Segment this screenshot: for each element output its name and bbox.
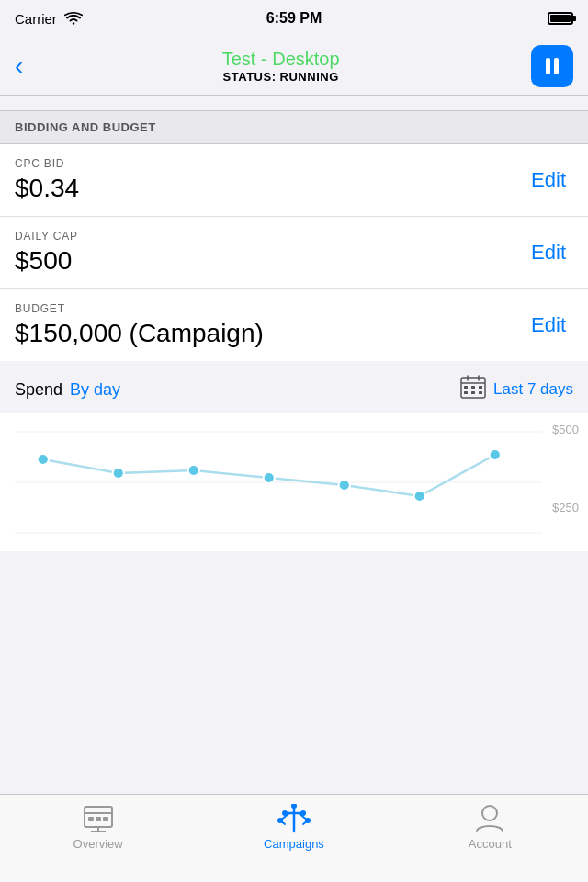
svg-point-16	[264, 472, 275, 483]
svg-rect-8	[471, 391, 475, 394]
tab-overview-label: Overview	[74, 837, 123, 851]
tab-account[interactable]: Account	[392, 802, 588, 851]
campaigns-icon	[277, 804, 311, 833]
budget-value: $150,000 (Campaign)	[15, 319, 264, 348]
nav-bar: ‹ Test - Desktop STATUS: RUNNING	[0, 37, 588, 96]
budget-label: BUDGET	[15, 302, 264, 315]
y-axis-bottom: $250	[552, 501, 579, 514]
y-axis-top: $500	[552, 423, 579, 436]
status-bar-left: Carrier	[15, 11, 83, 27]
svg-point-33	[291, 804, 297, 808]
pause-icon	[546, 58, 559, 74]
cpc-bid-value: $0.34	[15, 174, 79, 203]
last-days-button[interactable]: Last 7 days	[493, 380, 573, 399]
spend-right: Last 7 days	[460, 375, 573, 404]
status-bar-right	[548, 12, 573, 25]
cpc-bid-edit-button[interactable]: Edit	[524, 164, 573, 196]
svg-point-13	[38, 454, 49, 465]
tab-campaigns[interactable]: Campaigns	[196, 802, 391, 851]
tab-campaigns-label: Campaigns	[264, 837, 324, 851]
budget-content: BUDGET $150,000 (Campaign)	[15, 302, 264, 348]
svg-rect-25	[96, 817, 101, 821]
svg-point-34	[282, 810, 288, 816]
back-button[interactable]: ‹	[15, 48, 30, 85]
svg-point-36	[277, 818, 283, 823]
pause-button[interactable]	[531, 45, 573, 87]
tab-overview[interactable]: Overview	[0, 802, 196, 851]
status-prefix: STATUS:	[223, 70, 277, 84]
svg-rect-24	[88, 817, 94, 821]
svg-rect-9	[479, 391, 482, 394]
svg-point-14	[113, 468, 124, 479]
cpc-bid-content: CPC BID $0.34	[15, 157, 79, 203]
tab-bar: Overview Campaigns Account	[0, 794, 588, 882]
svg-point-37	[305, 818, 311, 823]
svg-point-19	[490, 449, 501, 460]
daily-cap-value: $500	[15, 246, 78, 276]
status-value: RUNNING	[280, 70, 339, 84]
svg-point-17	[339, 480, 350, 491]
calendar-icon[interactable]	[460, 375, 486, 404]
svg-point-18	[414, 491, 425, 502]
cpc-bid-label: CPC BID	[15, 157, 79, 170]
svg-rect-4	[464, 386, 468, 389]
svg-point-38	[482, 806, 497, 820]
spend-label: Spend	[15, 380, 62, 400]
chart-area: $500 $250	[0, 413, 588, 551]
nav-title-block: Test - Desktop STATUS: RUNNING	[30, 49, 531, 84]
spend-section: Spend By day Last 7 days	[0, 362, 588, 551]
status-bar-time: 6:59 PM	[266, 10, 322, 27]
daily-cap-label: DAILY CAP	[15, 230, 78, 243]
svg-point-15	[188, 465, 199, 476]
spend-left: Spend By day	[15, 380, 120, 400]
overview-icon	[82, 804, 115, 833]
svg-point-35	[300, 810, 306, 816]
daily-cap-row: DAILY CAP $500 Edit	[0, 217, 588, 289]
chart-inner: $500 $250	[0, 413, 588, 551]
svg-rect-26	[103, 817, 108, 821]
nav-status: STATUS: RUNNING	[30, 70, 531, 84]
svg-rect-5	[471, 386, 475, 389]
daily-cap-content: DAILY CAP $500	[15, 230, 78, 276]
bidding-section-header: BIDDING AND BUDGET	[0, 110, 588, 144]
spend-chart	[15, 423, 542, 542]
carrier-label: Carrier	[15, 11, 57, 27]
spend-period-button[interactable]: By day	[70, 380, 120, 400]
battery-icon	[548, 12, 573, 25]
svg-rect-7	[464, 391, 468, 394]
spend-header: Spend By day Last 7 days	[0, 362, 588, 413]
account-icon	[473, 804, 506, 833]
daily-cap-edit-button[interactable]: Edit	[524, 237, 573, 268]
svg-rect-6	[479, 386, 482, 389]
status-bar: Carrier 6:59 PM	[0, 0, 588, 37]
cpc-bid-row: CPC BID $0.34 Edit	[0, 144, 588, 217]
budget-row: BUDGET $150,000 (Campaign) Edit	[0, 289, 588, 361]
wifi-icon	[64, 12, 83, 25]
tab-account-label: Account	[469, 837, 512, 851]
top-spacer	[0, 96, 588, 110]
nav-title: Test - Desktop	[30, 49, 531, 70]
budget-edit-button[interactable]: Edit	[524, 310, 573, 341]
